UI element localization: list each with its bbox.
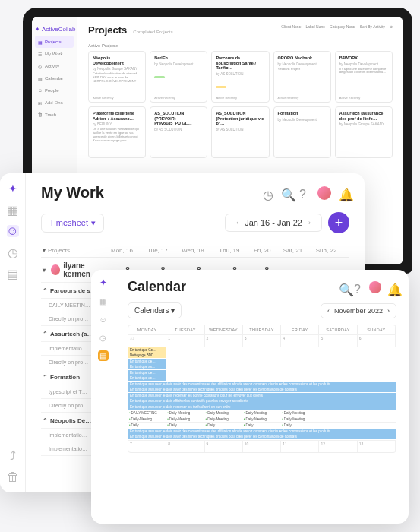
prev-week-icon[interactable]: ‹: [236, 219, 238, 226]
project-card[interactable]: Néopolis Développementby Neopolis Groupe…: [88, 51, 146, 103]
export-icon[interactable]: ⤴: [7, 450, 19, 462]
date-cell[interactable]: 31: [128, 334, 166, 347]
clock-icon[interactable]: ◷: [263, 188, 273, 198]
person-icon[interactable]: ☺: [7, 225, 19, 237]
filter-sort[interactable]: Sort By Activity: [360, 24, 385, 29]
nav-mywork[interactable]: ☰My Work: [35, 48, 74, 60]
date-cell[interactable]: 3: [243, 334, 281, 347]
project-card[interactable]: AS_SOLUTION (PREVOIR) Prev6185_PU GL…by …: [150, 106, 207, 158]
project-card[interactable]: AS_SOLUTION (Protection juridique vie pr…: [211, 106, 269, 158]
grid-icon[interactable]: ▦: [7, 204, 19, 216]
filter-category[interactable]: Category None: [330, 24, 355, 29]
user-avatar[interactable]: [369, 281, 381, 293]
nav-calendar[interactable]: ▤Calendar: [35, 72, 74, 84]
column-header: Mon, 16: [109, 244, 146, 258]
date-cell[interactable]: 4: [281, 334, 319, 347]
date-cell[interactable]: 10: [243, 440, 281, 452]
app-logo-icon: ✦: [8, 182, 17, 195]
date-range-picker[interactable]: ‹ Jan 16 - Jan 22 ›: [225, 214, 322, 232]
calendar-event-span[interactable]: En tant que assureur je dois avoir des c…: [128, 382, 396, 387]
daily-meeting-event[interactable]: Daily: [205, 423, 243, 428]
nav-addons[interactable]: ⊞Add-Ons: [35, 97, 74, 109]
calendar-event-span[interactable]: En tant que assureur je dois recenser le…: [128, 404, 396, 410]
daily-meeting-event[interactable]: Daily: [166, 423, 204, 428]
nav-people[interactable]: ☺People: [35, 84, 74, 97]
timesheet-dropdown[interactable]: Timesheet ▾: [41, 214, 104, 233]
daily-meeting-event[interactable]: Daily-Meeting: [166, 410, 204, 416]
calendar-event-span[interactable]: En tant que assureur je dois recenser le…: [128, 393, 396, 398]
project-card[interactable]: ORORO Neobankby Neopolis DevelopmentNeob…: [273, 51, 331, 103]
add-project-btn[interactable]: ⊕: [390, 24, 393, 29]
day-header: THURSDAY: [243, 325, 281, 334]
daily-meeting-event[interactable]: Daily-Meeting: [243, 410, 281, 416]
filter-label[interactable]: Label None: [305, 24, 325, 29]
search-icon[interactable]: 🔍: [339, 283, 348, 292]
daily-meeting-event[interactable]: Daily: [128, 423, 166, 428]
filter-client[interactable]: Client None: [281, 24, 301, 29]
column-header: Thu, 19: [217, 244, 252, 258]
calendar-event[interactable]: En tant que de…: [128, 370, 166, 375]
daily-meeting-event[interactable]: Daily-Meeting: [281, 410, 319, 416]
prev-month-icon[interactable]: ‹: [327, 307, 330, 315]
date-cell[interactable]: 8: [166, 440, 204, 452]
calendars-dropdown[interactable]: Calendars ▾: [128, 302, 182, 318]
day-header: TUESDAY: [166, 325, 204, 334]
day-header: FRIDAY: [281, 325, 319, 334]
calendar-event-span[interactable]: En tant que assureur je dois afficher le…: [128, 398, 396, 404]
daily-meeting-event[interactable]: Daily: [281, 423, 319, 428]
nav-projects[interactable]: ▦Projects: [35, 36, 74, 48]
calendar-event[interactable]: En tant que de…: [128, 375, 166, 381]
date-cell[interactable]: 12: [319, 440, 357, 452]
bell-icon[interactable]: 🔔: [387, 283, 396, 292]
help-icon[interactable]: ?: [299, 188, 310, 198]
project-card[interactable]: Parcours de souscription Santé / Tarific…: [211, 51, 269, 103]
project-card[interactable]: Formationby Neopolis Development: [273, 106, 331, 158]
projects-subtitle[interactable]: Completed Projects: [133, 30, 172, 34]
calendar-event-span[interactable]: En tant que assureur je dois avoir des f…: [128, 434, 396, 439]
calendar-event[interactable]: En tant que de…: [128, 359, 166, 364]
date-cell[interactable]: 13: [358, 440, 396, 452]
date-cell[interactable]: 9: [205, 440, 243, 452]
daily-meeting-event[interactable]: Daily-Meeting: [166, 416, 204, 422]
daily-meeting-event[interactable]: Daily-Meeting: [205, 410, 243, 416]
chevron-down-icon: ▾: [91, 218, 96, 228]
daily-meeting-event[interactable]: Daily-Meeting: [205, 416, 243, 422]
clock-icon[interactable]: ◷: [7, 246, 19, 258]
add-button[interactable]: +: [328, 212, 349, 233]
calendar-event[interactable]: En tant que as…: [128, 364, 166, 369]
next-week-icon[interactable]: ›: [308, 219, 311, 226]
date-cell[interactable]: 1: [166, 334, 204, 347]
calendar-event[interactable]: Nettoyage BDD: [128, 353, 166, 358]
nav-trash[interactable]: 🗑Trash: [35, 109, 74, 121]
clock-icon[interactable]: ◷: [98, 332, 109, 343]
date-cell[interactable]: 6: [358, 334, 396, 347]
grid-icon[interactable]: ▦: [98, 296, 109, 306]
calendar-icon[interactable]: ▤: [7, 268, 19, 280]
daily-meeting-event[interactable]: DAILY-MEETING: [128, 410, 166, 416]
date-cell[interactable]: 11: [281, 440, 319, 452]
daily-meeting-event[interactable]: Daily-Meeting: [128, 416, 166, 422]
bell-icon[interactable]: 🔔: [339, 188, 349, 198]
calendar-event[interactable]: En tant que Ge…: [128, 347, 166, 353]
month-picker[interactable]: ‹ November 2022 ›: [321, 303, 396, 318]
calendar-event-span[interactable]: En tant que assureur je dois avoir des f…: [128, 387, 396, 392]
nav-activity[interactable]: ◷Activity: [35, 60, 74, 72]
next-month-icon[interactable]: ›: [387, 307, 390, 315]
daily-meeting-event[interactable]: Daily-Meeting: [281, 416, 319, 422]
calendar-event-span[interactable]: En tant que assureur je dois avoir des c…: [128, 429, 396, 434]
search-icon[interactable]: 🔍: [281, 188, 292, 198]
trash-icon[interactable]: 🗑: [7, 471, 19, 483]
date-cell[interactable]: 7: [128, 440, 166, 452]
daily-meeting-event[interactable]: Daily: [243, 423, 281, 428]
date-cell[interactable]: 2: [205, 334, 243, 347]
person-icon[interactable]: ☺: [98, 314, 109, 325]
project-card[interactable]: BerlEhby Neopolis DevelopmentActive Rece…: [150, 51, 207, 103]
project-card[interactable]: Plateforme Billetterie Adrien + Assuranc…: [88, 106, 146, 158]
help-icon[interactable]: ?: [354, 283, 363, 292]
user-avatar[interactable]: [317, 186, 331, 200]
daily-meeting-event[interactable]: Daily-Meeting: [243, 416, 281, 422]
date-cell[interactable]: 5: [319, 334, 357, 347]
project-card[interactable]: Assurtech (assurance des prof de l'info……: [335, 106, 393, 158]
project-card[interactable]: B4WORKby Neopolis DevelopmentIl s'agit d…: [335, 51, 393, 103]
calendar-icon[interactable]: ▤: [98, 350, 109, 361]
